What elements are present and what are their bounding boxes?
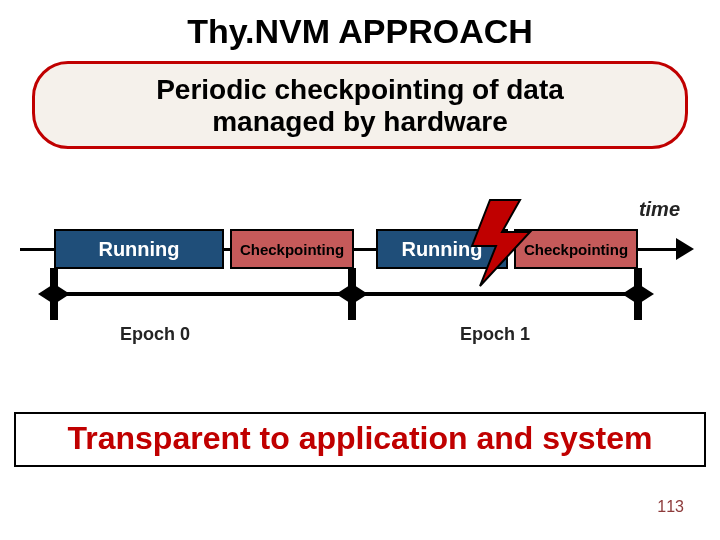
bottom-banner: Transparent to application and system (14, 412, 706, 467)
epoch-label-1: Epoch 1 (460, 324, 530, 345)
running-block-1: Running (54, 229, 224, 269)
checkpoint-block-1: Checkpointing (230, 229, 354, 269)
subtitle-banner: Periodic checkpointing of data managed b… (32, 61, 688, 149)
epoch-markers: Epoch 0 Epoch 1 (0, 268, 720, 348)
page-number: 113 (657, 498, 684, 516)
svg-marker-0 (472, 200, 530, 286)
timeline: Running Checkpointing Running Checkpoint… (20, 224, 694, 274)
subtitle-line-1: Periodic checkpointing of data (55, 74, 665, 106)
epoch-span-1 (356, 292, 632, 296)
timeline-arrowhead-icon (676, 238, 694, 260)
time-axis-label: time (639, 198, 680, 221)
tick-arrow-icon (38, 285, 52, 303)
epoch-label-0: Epoch 0 (120, 324, 190, 345)
page-title: Thy.NVM APPROACH (0, 12, 720, 51)
lightning-icon (468, 198, 538, 288)
tick-arrow-icon (640, 285, 654, 303)
subtitle-line-2: managed by hardware (55, 106, 665, 138)
epoch-span-0 (58, 292, 346, 296)
